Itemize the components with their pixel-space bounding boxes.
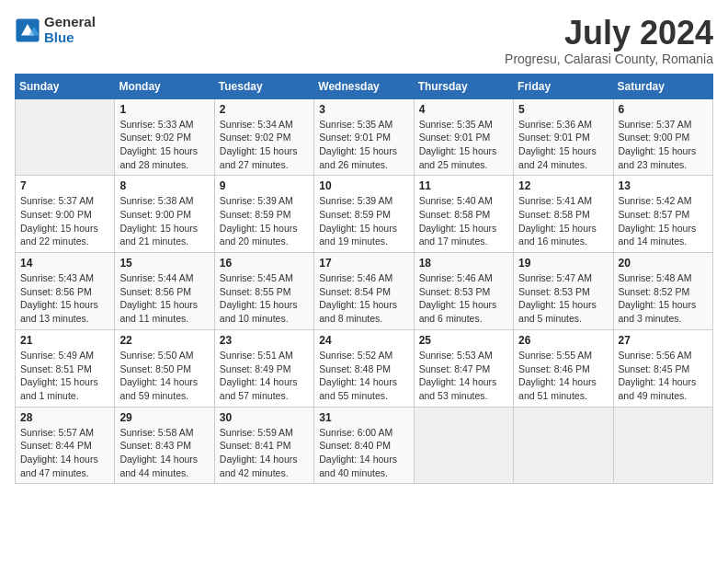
day-info: Sunrise: 5:41 AMSunset: 8:58 PMDaylight:… [518, 194, 608, 248]
calendar-cell: 15Sunrise: 5:44 AMSunset: 8:56 PMDayligh… [115, 253, 214, 330]
calendar-cell: 3Sunrise: 5:35 AMSunset: 9:01 PMDaylight… [314, 98, 414, 176]
day-number: 18 [419, 257, 508, 270]
calendar-cell: 11Sunrise: 5:40 AMSunset: 8:58 PMDayligh… [414, 176, 513, 253]
page-header: General Blue July 2024 Progresu, Calaras… [15, 15, 713, 66]
calendar-cell: 29Sunrise: 5:58 AMSunset: 8:43 PMDayligh… [115, 407, 214, 484]
calendar-cell: 20Sunrise: 5:48 AMSunset: 8:52 PMDayligh… [613, 253, 712, 330]
day-number: 5 [518, 103, 608, 116]
weekday-header: Monday [115, 74, 214, 98]
logo: General Blue [15, 15, 96, 45]
day-info: Sunrise: 5:56 AMSunset: 8:45 PMDaylight:… [619, 349, 708, 403]
day-number: 27 [619, 334, 708, 347]
day-info: Sunrise: 5:59 AMSunset: 8:41 PMDaylight:… [220, 426, 309, 480]
day-info: Sunrise: 5:47 AMSunset: 8:53 PMDaylight:… [518, 271, 608, 326]
day-info: Sunrise: 5:45 AMSunset: 8:55 PMDaylight:… [220, 271, 309, 326]
calendar-cell: 10Sunrise: 5:39 AMSunset: 8:59 PMDayligh… [314, 176, 414, 253]
day-number: 11 [419, 179, 508, 192]
day-info: Sunrise: 5:36 AMSunset: 9:01 PMDaylight:… [518, 118, 608, 172]
day-info: Sunrise: 5:40 AMSunset: 8:58 PMDaylight:… [419, 194, 508, 248]
calendar-cell: 8Sunrise: 5:38 AMSunset: 9:00 PMDaylight… [115, 176, 214, 253]
calendar-cell: 1Sunrise: 5:33 AMSunset: 9:02 PMDaylight… [115, 98, 214, 176]
calendar-week-row: 21Sunrise: 5:49 AMSunset: 8:51 PMDayligh… [16, 329, 713, 407]
title-area: July 2024 Progresu, Calarasi County, Rom… [505, 15, 713, 66]
logo-icon [15, 17, 40, 43]
day-number: 25 [419, 334, 508, 347]
calendar-cell: 19Sunrise: 5:47 AMSunset: 8:53 PMDayligh… [514, 253, 613, 330]
day-number: 22 [119, 334, 209, 347]
calendar-cell: 18Sunrise: 5:46 AMSunset: 8:53 PMDayligh… [414, 253, 513, 330]
day-number: 24 [319, 334, 408, 347]
day-info: Sunrise: 5:33 AMSunset: 9:02 PMDaylight:… [119, 118, 209, 172]
day-number: 31 [319, 411, 408, 424]
day-number: 16 [220, 257, 309, 270]
day-number: 30 [220, 411, 309, 424]
calendar-cell: 12Sunrise: 5:41 AMSunset: 8:58 PMDayligh… [514, 176, 613, 253]
day-number: 14 [20, 257, 109, 270]
calendar-cell: 14Sunrise: 5:43 AMSunset: 8:56 PMDayligh… [16, 253, 115, 330]
day-number: 15 [119, 257, 209, 270]
day-number: 28 [20, 411, 109, 424]
weekday-header: Wednesday [314, 74, 414, 98]
calendar-table: SundayMondayTuesdayWednesdayThursdayFrid… [15, 74, 713, 485]
day-info: Sunrise: 5:34 AMSunset: 9:02 PMDaylight:… [220, 118, 309, 172]
logo-text: General Blue [44, 15, 96, 45]
day-number: 19 [518, 257, 608, 270]
calendar-cell: 21Sunrise: 5:49 AMSunset: 8:51 PMDayligh… [16, 329, 115, 407]
day-info: Sunrise: 5:43 AMSunset: 8:56 PMDaylight:… [20, 271, 109, 326]
calendar-cell [414, 407, 513, 484]
day-info: Sunrise: 5:39 AMSunset: 8:59 PMDaylight:… [319, 194, 408, 248]
day-info: Sunrise: 5:35 AMSunset: 9:01 PMDaylight:… [319, 118, 408, 172]
day-number: 10 [319, 179, 408, 192]
day-info: Sunrise: 5:39 AMSunset: 8:59 PMDaylight:… [220, 194, 309, 248]
day-info: Sunrise: 5:37 AMSunset: 9:00 PMDaylight:… [20, 194, 109, 248]
calendar-cell: 31Sunrise: 6:00 AMSunset: 8:40 PMDayligh… [314, 407, 414, 484]
day-info: Sunrise: 5:42 AMSunset: 8:57 PMDaylight:… [619, 194, 708, 248]
day-info: Sunrise: 5:44 AMSunset: 8:56 PMDaylight:… [119, 271, 209, 326]
logo-general-text: General [44, 15, 96, 30]
calendar-cell: 26Sunrise: 5:55 AMSunset: 8:46 PMDayligh… [514, 329, 613, 407]
day-info: Sunrise: 5:35 AMSunset: 9:01 PMDaylight:… [419, 118, 508, 172]
weekday-header: Friday [514, 74, 613, 98]
day-number: 3 [319, 103, 408, 116]
day-info: Sunrise: 5:46 AMSunset: 8:53 PMDaylight:… [419, 271, 508, 326]
calendar-cell: 17Sunrise: 5:46 AMSunset: 8:54 PMDayligh… [314, 253, 414, 330]
location: Progresu, Calarasi County, Romania [505, 52, 713, 66]
day-number: 13 [619, 179, 708, 192]
calendar-body: 1Sunrise: 5:33 AMSunset: 9:02 PMDaylight… [16, 98, 713, 484]
day-number: 6 [619, 103, 708, 116]
calendar-cell: 27Sunrise: 5:56 AMSunset: 8:45 PMDayligh… [613, 329, 712, 407]
day-info: Sunrise: 6:00 AMSunset: 8:40 PMDaylight:… [319, 426, 408, 480]
day-info: Sunrise: 5:38 AMSunset: 9:00 PMDaylight:… [119, 194, 209, 248]
calendar-cell: 30Sunrise: 5:59 AMSunset: 8:41 PMDayligh… [214, 407, 313, 484]
weekday-header: Thursday [414, 74, 513, 98]
calendar-cell: 16Sunrise: 5:45 AMSunset: 8:55 PMDayligh… [214, 253, 313, 330]
calendar-cell: 9Sunrise: 5:39 AMSunset: 8:59 PMDaylight… [214, 176, 313, 253]
calendar-week-row: 7Sunrise: 5:37 AMSunset: 9:00 PMDaylight… [16, 176, 713, 253]
calendar-header: SundayMondayTuesdayWednesdayThursdayFrid… [16, 74, 713, 98]
calendar-cell [16, 98, 115, 176]
day-info: Sunrise: 5:46 AMSunset: 8:54 PMDaylight:… [319, 271, 408, 326]
month-title: July 2024 [505, 15, 713, 52]
day-info: Sunrise: 5:49 AMSunset: 8:51 PMDaylight:… [20, 349, 109, 403]
calendar-cell: 23Sunrise: 5:51 AMSunset: 8:49 PMDayligh… [214, 329, 313, 407]
day-number: 20 [619, 257, 708, 270]
weekday-header: Sunday [16, 74, 115, 98]
day-number: 23 [220, 334, 309, 347]
day-number: 7 [20, 179, 109, 192]
calendar-cell: 13Sunrise: 5:42 AMSunset: 8:57 PMDayligh… [613, 176, 712, 253]
day-number: 26 [518, 334, 608, 347]
calendar-cell: 22Sunrise: 5:50 AMSunset: 8:50 PMDayligh… [115, 329, 214, 407]
day-number: 21 [20, 334, 109, 347]
calendar-cell: 25Sunrise: 5:53 AMSunset: 8:47 PMDayligh… [414, 329, 513, 407]
calendar-cell [613, 407, 712, 484]
calendar-week-row: 28Sunrise: 5:57 AMSunset: 8:44 PMDayligh… [16, 407, 713, 484]
day-number: 12 [518, 179, 608, 192]
calendar-cell: 28Sunrise: 5:57 AMSunset: 8:44 PMDayligh… [16, 407, 115, 484]
calendar-cell: 24Sunrise: 5:52 AMSunset: 8:48 PMDayligh… [314, 329, 414, 407]
day-number: 29 [119, 411, 209, 424]
calendar-cell: 2Sunrise: 5:34 AMSunset: 9:02 PMDaylight… [214, 98, 313, 176]
calendar-cell [514, 407, 613, 484]
calendar-week-row: 1Sunrise: 5:33 AMSunset: 9:02 PMDaylight… [16, 98, 713, 176]
day-info: Sunrise: 5:37 AMSunset: 9:00 PMDaylight:… [619, 118, 708, 172]
calendar-cell: 6Sunrise: 5:37 AMSunset: 9:00 PMDaylight… [613, 98, 712, 176]
